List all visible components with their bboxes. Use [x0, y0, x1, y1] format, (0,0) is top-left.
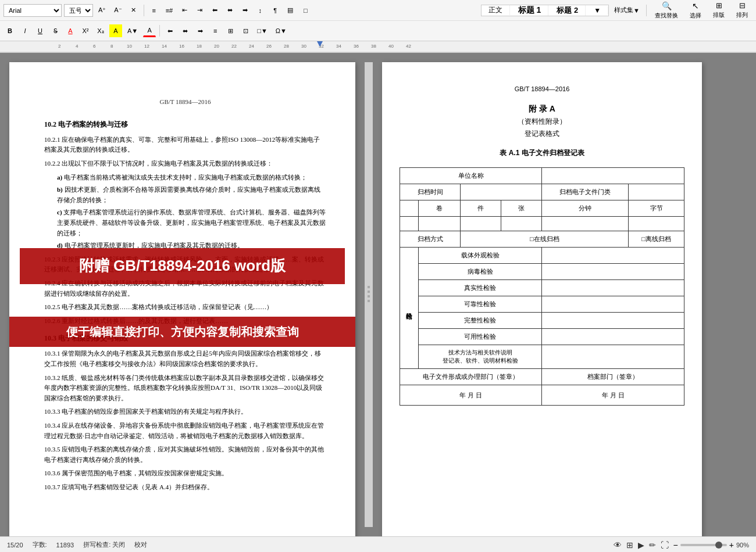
symbol-btn[interactable]: Ω▼ [273, 24, 290, 37]
find-replace-btn[interactable]: 🔍 查找替换 [650, 0, 683, 25]
border-btn[interactable]: □ [299, 4, 312, 17]
select-btn[interactable]: ↖ 选择 [685, 0, 706, 25]
align-center2-btn[interactable]: ⬌ [179, 24, 191, 37]
style-dropdown-btn[interactable]: ▼ [587, 6, 608, 15]
table-row: 真实性检验 [400, 280, 684, 296]
form-table-title: 表 A.1 电子文件归档登记表 [400, 148, 684, 158]
paragraph-spacing-btn[interactable]: ¶ [269, 4, 281, 17]
spell-check[interactable]: 拼写检查: 关闭 [83, 540, 125, 549]
zoom-slider[interactable] [680, 544, 727, 546]
style-normal[interactable]: 正文 [482, 5, 510, 15]
font-size-increase-btn[interactable]: A⁺ [95, 4, 109, 17]
arrange-btn[interactable]: ⊟ 排列 [732, 0, 753, 25]
svg-text:22: 22 [231, 44, 237, 49]
zoom-controls: − + 90% [673, 540, 749, 550]
separator3 [159, 25, 160, 37]
align-left-btn[interactable]: ⬅ [208, 4, 221, 17]
svg-text:10: 10 [127, 44, 133, 49]
page-divider[interactable] [365, 62, 373, 527]
table-row: 单位名称 [400, 168, 684, 184]
svg-text:28: 28 [284, 44, 289, 49]
annotate-btn[interactable]: ✏ [649, 540, 656, 550]
overlay-banner-line2: 便于编辑直接打印、方便内容复制和搜索查询 [9, 317, 355, 347]
item-c-label: c) [57, 209, 63, 216]
font-color2-btn[interactable]: A [143, 24, 156, 37]
status-right: 👁 ⊞ ▶ ✏ ⛶ − + 90% [614, 540, 749, 550]
subscript-btn[interactable]: X₂ [94, 24, 107, 37]
svg-text:24: 24 [249, 44, 255, 49]
svg-rect-25 [368, 291, 370, 293]
italic-btn[interactable]: I [19, 24, 31, 37]
para-10-3-5: 10.3.5 应销毁电子档案的离线存储介质，应对其实施破坏性销毁。实施销毁前，应… [44, 445, 326, 465]
font-size-decrease-btn[interactable]: A⁻ [111, 4, 124, 17]
shading-btn[interactable]: ▤ [284, 4, 297, 17]
justify-btn[interactable]: ≡ [209, 24, 222, 37]
separator2 [646, 5, 647, 16]
view-web-btn[interactable]: ▶ [638, 540, 644, 550]
highlight-btn[interactable]: A▼ [124, 24, 141, 37]
columns-btn[interactable]: ⊞ [224, 24, 237, 37]
align-center-btn[interactable]: ⬌ [223, 4, 236, 17]
char-shading-btn[interactable]: A [109, 24, 122, 37]
table-row: 归档方式 □在线归档 □离线归档 [400, 231, 684, 248]
list-number-btn[interactable]: ≡# [163, 4, 176, 17]
table-row: 卷 件 张 分钟 字节 [400, 200, 684, 217]
align-left2-btn[interactable]: ⬅ [163, 24, 176, 37]
underline-btn[interactable]: U [34, 24, 47, 37]
font-family-select[interactable]: Arial [3, 4, 62, 17]
page-right: GB/T 18894—2016 附 录 A （资料性附录） 登记表格式 表 A.… [382, 62, 702, 536]
zoom-out-btn[interactable]: − [673, 540, 678, 550]
indent-increase-btn[interactable]: ⇥ [193, 4, 206, 17]
ruler: 2 4 6 8 10 12 14 16 18 20 22 24 26 28 30… [0, 41, 756, 53]
svg-text:6: 6 [93, 44, 95, 49]
svg-text:14: 14 [162, 44, 167, 49]
layout-btn[interactable]: ⊞ 排版 [708, 0, 729, 25]
separator1 [144, 5, 144, 16]
strikethrough-btn[interactable]: S̶ [49, 24, 62, 37]
proofread[interactable]: 校对 [134, 540, 147, 549]
list-bullet-btn[interactable]: ≡ [148, 4, 161, 17]
appendix-title: 附 录 A [400, 104, 684, 114]
view-read-btn[interactable]: 👁 [614, 540, 622, 550]
pages-container[interactable]: GB/T 18894—2016 10.2 电子档案的转换与迁移 10.2.1 应… [0, 53, 756, 536]
svg-text:38: 38 [371, 44, 376, 49]
table-btn[interactable]: ⊡ [239, 24, 252, 37]
clear-format-btn[interactable]: ✕ [127, 4, 140, 17]
view-print-btn[interactable]: ⊞ [626, 540, 633, 550]
svg-text:26: 26 [266, 44, 272, 49]
zoom-level[interactable]: 90% [736, 542, 749, 549]
svg-text:18: 18 [197, 44, 202, 49]
indent-decrease-btn[interactable]: ⇤ [178, 4, 191, 17]
border2-btn[interactable]: □▼ [254, 24, 270, 37]
svg-text:4: 4 [76, 44, 79, 49]
para-10-3-7: 10.3.7 应填写电子档案销毁登记表（见表 A.4）并归档保存。 [44, 482, 326, 493]
svg-text:2: 2 [58, 44, 60, 49]
appendix-subtitle: 登记表格式 [400, 129, 684, 139]
para-10-2-2: 10.2.2 出现以下但不限于以下情况时，应实施电子档案及其元数据的转换或迁移： [44, 159, 326, 169]
svg-text:34: 34 [336, 44, 342, 49]
word-count-label: 字数: [33, 540, 47, 549]
font-size-select[interactable]: 五号 四号 三号 [64, 4, 93, 17]
item-b-label: b) [57, 186, 65, 193]
main-area: GB/T 18894—2016 10.2 电子档案的转换与迁移 10.2.1 应… [0, 53, 756, 536]
bold-btn[interactable]: B [3, 24, 16, 37]
style-heading1[interactable]: 标题 1 [511, 5, 549, 16]
zoom-in-btn[interactable]: + [729, 540, 734, 550]
style-set-btn[interactable]: 样式集▼ [611, 4, 643, 17]
full-screen-btn[interactable]: ⛶ [661, 540, 669, 550]
table-row: 可用性检验 [400, 329, 684, 345]
table-row: 可靠性检验 [400, 296, 684, 313]
align-right-btn[interactable]: ➡ [238, 4, 251, 17]
superscript-btn[interactable]: X² [79, 24, 92, 37]
zoom-slider-thumb[interactable] [715, 542, 722, 549]
table-row: 完整性检验 [400, 313, 684, 329]
font-color-btn[interactable]: A [64, 24, 77, 37]
archive-form-table: 单位名称 归档时间 归档电子文件门类 卷 件 张 分钟 [400, 167, 684, 406]
svg-text:12: 12 [144, 44, 149, 49]
style-heading2[interactable]: 标题 2 [550, 5, 586, 16]
svg-text:16: 16 [179, 44, 184, 49]
section-10-2-title: 10.2 电子档案的转换与迁移 [44, 119, 326, 130]
line-spacing-btn[interactable]: ↕ [254, 4, 266, 17]
para-10-3-4: 10.3.4 应从在线存储设备、异地容灾备份系统中彻底删除应销毁电子档案，电子档… [44, 421, 326, 441]
align-right2-btn[interactable]: ➡ [194, 24, 206, 37]
